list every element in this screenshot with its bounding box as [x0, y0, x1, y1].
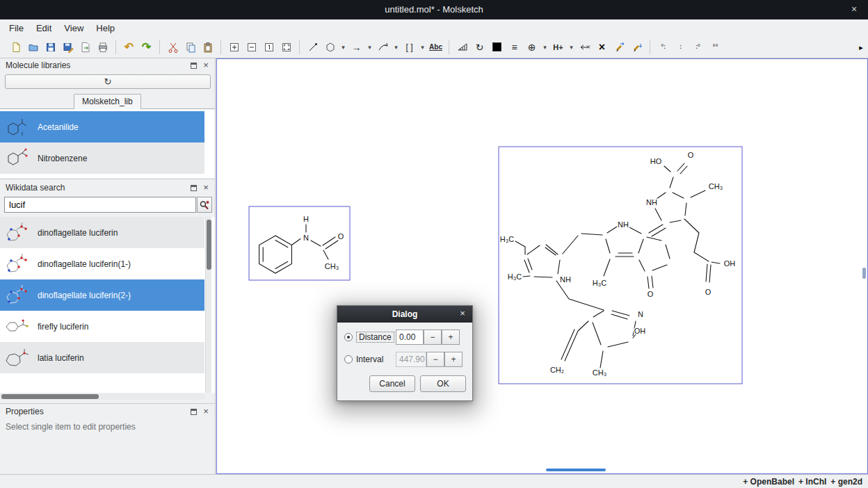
interval-minus-button[interactable]: −	[426, 352, 444, 367]
lone-pair-tool-2-button[interactable]: ∶	[672, 38, 689, 56]
dock-separator	[0, 403, 215, 404]
scrollbar-thumb[interactable]	[207, 220, 211, 270]
menu-help[interactable]: Help	[90, 21, 121, 35]
zoom-fit-button[interactable]	[278, 38, 295, 56]
wikidata-item-dinoflagellate-luciferin[interactable]: dinoflagellate luciferin	[0, 217, 204, 248]
wikidata-item-latia-luciferin[interactable]: latia luciferin	[0, 342, 204, 373]
interval-radio[interactable]	[344, 355, 353, 364]
library-close-icon[interactable]: ×	[201, 60, 211, 71]
lone-pair-tool-1-button[interactable]: °∶	[654, 38, 672, 56]
dialog-close-icon[interactable]: ×	[457, 308, 468, 320]
ok-button[interactable]: OK	[420, 375, 466, 392]
flip-horizontal-button[interactable]	[611, 38, 628, 56]
distance-plus-button[interactable]: +	[442, 330, 460, 345]
menu-file[interactable]: File	[3, 21, 30, 35]
menu-view[interactable]: View	[58, 21, 90, 35]
draw-bond-button[interactable]	[304, 38, 321, 56]
interval-label[interactable]: Interval	[356, 355, 383, 364]
delete-tool-button[interactable]: ×	[593, 38, 611, 56]
zoom-in-button[interactable]	[225, 38, 243, 56]
toolbar-separator	[449, 40, 449, 54]
cut-button[interactable]	[164, 38, 182, 56]
wikidata-item-dinoflagellate-luciferin-1[interactable]: dinoflagellate luciferin(1-)	[0, 248, 204, 279]
library-item-acetanilide[interactable]: Acetanilide	[0, 111, 204, 143]
reaction-arrow-button[interactable]: →	[348, 38, 365, 56]
wikidata-vertical-scrollbar[interactable]	[205, 217, 211, 393]
properties-close-icon[interactable]: ×	[201, 406, 211, 417]
charge-tool-button[interactable]: ⊕	[523, 38, 540, 56]
bracket-tool-caret-button[interactable]: ▾	[418, 38, 427, 56]
text-tool-button[interactable]: Abc	[427, 38, 444, 56]
toolbar-extension-button[interactable]: ▸	[856, 40, 866, 54]
lone-pair-tool-1-icon: °∶	[661, 43, 666, 51]
atom-label: H₃C	[508, 273, 522, 281]
hydrogen-tool-icon: H+	[553, 43, 563, 51]
scrollbar-thumb[interactable]	[1, 394, 99, 399]
new-file-button[interactable]	[7, 38, 24, 56]
bracket-tool-button[interactable]: [ ]	[401, 38, 418, 56]
molecule-luciferin[interactable]: HO O CH₃ NH H₃C NH H₃C NH H₃C O OH O N O…	[499, 147, 742, 384]
redo-button[interactable]: ↷	[138, 38, 155, 56]
zoom-out-button[interactable]	[243, 38, 260, 56]
library-refresh-button[interactable]: ↻	[5, 74, 211, 89]
minus-icon: −	[430, 332, 435, 342]
wikidata-close-icon[interactable]: ×	[201, 182, 211, 193]
distance-minus-button[interactable]: −	[424, 330, 442, 345]
tab-molsketch-lib[interactable]: Molsketch_lib	[74, 94, 141, 109]
drawing-canvas[interactable]: H N O CH₃ HO O CH₃ NH H₃C NH H₃C NH H₃C …	[216, 58, 868, 474]
rotate-button[interactable]: ↻	[471, 38, 488, 56]
ring-tool-button[interactable]	[321, 38, 339, 56]
properties-float-icon[interactable]	[191, 409, 197, 415]
remove-hydrogen-button[interactable]	[576, 38, 593, 56]
flip-vertical-button[interactable]	[628, 38, 645, 56]
hash-bond-button[interactable]	[453, 38, 471, 56]
lone-pair-tool-3-icon: ∶°	[696, 43, 700, 51]
hydrogen-tool-button[interactable]: H+	[549, 38, 567, 56]
charge-tool-caret-button[interactable]: ▾	[540, 38, 549, 56]
distance-spinbox[interactable]: 0.00	[396, 330, 424, 345]
lone-pair-tool-4-button[interactable]: °°	[707, 38, 724, 56]
wikidata-search-input[interactable]	[4, 197, 196, 213]
reaction-arrow-caret-button[interactable]: ▾	[365, 38, 374, 56]
lone-pair-tool-3-button[interactable]: ∶°	[689, 38, 707, 56]
canvas-vertical-scrollbar-thumb[interactable]	[862, 268, 866, 279]
interval-spinbox[interactable]: 447.90	[396, 352, 426, 367]
mechanism-arrow-caret-button[interactable]: ▾	[392, 38, 401, 56]
save-button[interactable]	[42, 38, 59, 56]
ring-tool-caret-button[interactable]: ▾	[339, 38, 348, 56]
cancel-button[interactable]: Cancel	[369, 375, 415, 392]
canvas-horizontal-scrollbar-thumb[interactable]	[546, 469, 606, 471]
print-button[interactable]	[94, 38, 111, 56]
color-swatch-button[interactable]	[488, 38, 506, 56]
export-button[interactable]	[77, 38, 94, 56]
library-item-nitrobenzene[interactable]: Nitrobenzene	[0, 143, 204, 174]
distance-radio[interactable]	[344, 333, 353, 341]
molecule-thumbnail-icon	[3, 145, 32, 172]
distance-label[interactable]: Distance	[356, 332, 394, 343]
atom-label: OH	[724, 259, 736, 268]
save-as-button[interactable]	[59, 38, 77, 56]
library-float-icon[interactable]	[191, 63, 197, 69]
wikidata-search-button[interactable]	[197, 197, 212, 213]
paste-button[interactable]	[199, 38, 216, 56]
toolbar-separator	[220, 40, 221, 54]
wikidata-item-dinoflagellate-luciferin-2[interactable]: dinoflagellate luciferin(2-)	[0, 279, 204, 311]
menu-edit[interactable]: Edit	[30, 21, 58, 35]
dialog-titlebar[interactable]: Dialog ×	[337, 306, 472, 323]
line-width-button[interactable]: ≡	[506, 38, 523, 56]
wikidata-horizontal-scrollbar[interactable]	[0, 393, 204, 400]
undo-button[interactable]: ↶	[120, 38, 138, 56]
molecule-acetanilide[interactable]: H N O CH₃	[249, 206, 350, 280]
atom-label: N	[638, 310, 643, 318]
interval-plus-button[interactable]: +	[444, 352, 463, 367]
copy-button[interactable]	[182, 38, 199, 56]
mechanism-arrow-button[interactable]	[374, 38, 392, 56]
zoom-original-button[interactable]	[260, 38, 278, 56]
window-close-icon[interactable]: ×	[847, 3, 861, 17]
wikidata-item-firefly-luciferin[interactable]: firefly luciferin	[0, 311, 204, 342]
properties-panel-title: Properties	[6, 407, 44, 416]
save-icon	[45, 42, 56, 53]
open-file-button[interactable]	[24, 38, 42, 56]
wikidata-float-icon[interactable]	[191, 185, 197, 191]
hydrogen-tool-caret-button[interactable]: ▾	[567, 38, 576, 56]
